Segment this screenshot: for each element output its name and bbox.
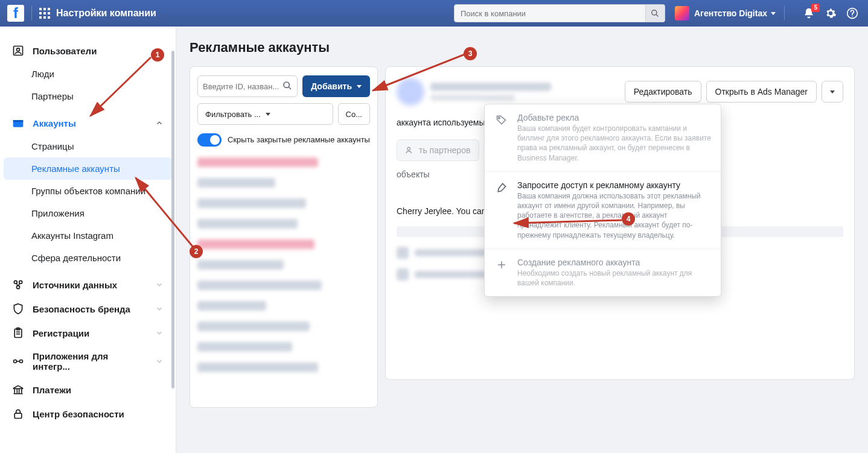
company-avatar[interactable]: [675, 6, 689, 21]
chevron-up-icon: [155, 46, 164, 55]
chevron-down-icon: [771, 12, 776, 15]
chevron-down-icon: [155, 305, 164, 313]
sidebar-label: Аккаунты: [33, 118, 76, 128]
add-button-label: Добавить: [311, 81, 352, 91]
topbar: f Настройки компании Агентство Digitax 5: [0, 0, 868, 27]
sidebar-label: Источники данных: [33, 280, 117, 290]
dd-item-add-account[interactable]: Добавьте рекла Ваша компания будет контр…: [485, 104, 721, 172]
dd-item-request-access[interactable]: Запросите доступ к рекламному аккаунту В…: [485, 172, 721, 249]
chevron-down-icon: [155, 329, 164, 337]
edit-button[interactable]: Редактировать: [625, 81, 701, 103]
sidebar-label: Безопасность бренда: [33, 304, 130, 314]
sidebar-item-users[interactable]: Пользователи: [4, 39, 172, 63]
svg-rect-0: [39, 8, 42, 10]
notifications-button[interactable]: 5: [803, 7, 815, 19]
svg-rect-16: [13, 120, 24, 122]
svg-point-24: [14, 360, 17, 363]
add-partners-disabled: ть партнеров: [397, 139, 479, 161]
apps-grid-icon[interactable]: [39, 8, 50, 19]
sidebar-item-brand-safety[interactable]: Безопасность бренда: [4, 297, 172, 321]
more-options-button[interactable]: [822, 81, 843, 103]
divider: [31, 6, 32, 21]
svg-point-33: [284, 82, 289, 87]
svg-rect-8: [48, 16, 50, 19]
sidebar-item-apps[interactable]: Приложения: [4, 202, 172, 224]
chevron-down-icon: [155, 280, 164, 289]
data-sources-icon: [12, 279, 24, 291]
users-icon: [12, 45, 24, 57]
sidebar-label: Приложения для интегр...: [33, 351, 147, 372]
dd-title: Добавьте рекла: [517, 113, 712, 122]
accounts-search-input[interactable]: [197, 75, 298, 97]
svg-rect-3: [39, 12, 42, 14]
svg-rect-32: [14, 413, 22, 418]
sidebar-item-security-center[interactable]: Центр безопасности: [4, 402, 172, 426]
sidebar-item-people[interactable]: Люди: [4, 63, 172, 85]
dd-desc: Необходимо создать новый рекламный аккау…: [517, 268, 712, 288]
topbar-title: Настройки компании: [56, 8, 156, 19]
sidebar-item-payments[interactable]: Платежи: [4, 378, 172, 402]
svg-point-35: [407, 147, 410, 150]
sidebar-item-asset-groups[interactable]: Группы объектов компании: [4, 180, 172, 202]
accounts-list: [197, 157, 370, 399]
sidebar-label: Регистрации: [33, 328, 89, 338]
svg-rect-2: [48, 8, 50, 10]
chevron-down-icon: [155, 357, 164, 366]
sidebar-item-registrations[interactable]: Регистрации: [4, 321, 172, 345]
sidebar-item-accounts[interactable]: Аккаунты: [4, 111, 172, 135]
svg-rect-7: [43, 16, 46, 19]
accounts-list-panel: Добавить Фильтровать ... Со... Скрыть: [190, 66, 378, 408]
main-content: Рекламные аккаунты Добавить: [176, 27, 868, 453]
agency-selector[interactable]: Агентство Digitax: [694, 8, 776, 18]
help-button[interactable]: [846, 7, 858, 19]
svg-line-10: [656, 14, 659, 17]
search-icon: [282, 81, 292, 92]
chevron-up-icon: [155, 119, 164, 127]
hide-closed-toggle[interactable]: [197, 133, 222, 147]
sidebar-item-instagram[interactable]: Аккаунты Instagram: [4, 224, 172, 247]
chevron-down-icon: [357, 85, 362, 88]
account-id-blurred: [430, 95, 515, 101]
bank-icon: [12, 384, 24, 396]
tag-icon: [493, 113, 510, 163]
sidebar-label: Платежи: [33, 385, 71, 395]
link-icon: [12, 355, 24, 367]
dd-item-create-account[interactable]: Создание рекламного аккаунта Необходимо …: [485, 249, 721, 296]
filter-button[interactable]: Фильтровать ...: [197, 103, 333, 125]
sort-button[interactable]: Со...: [338, 103, 370, 125]
sidebar-item-lob[interactable]: Сфера деятельности: [4, 247, 172, 269]
agency-name-label: Агентство Digitax: [694, 8, 767, 18]
sidebar-item-partners[interactable]: Партнеры: [4, 85, 172, 107]
svg-rect-5: [48, 12, 50, 14]
sidebar-item-ad-accounts[interactable]: Рекламные аккаунты: [4, 157, 172, 180]
svg-line-34: [289, 87, 291, 89]
settings-button[interactable]: [825, 7, 837, 19]
notification-badge: 5: [811, 4, 820, 12]
sidebar-item-pages[interactable]: Страницы: [4, 135, 172, 157]
chevron-down-icon: [830, 90, 835, 93]
layout: Пользователи Люди Партнеры Аккаунты Стра…: [0, 27, 868, 453]
svg-point-9: [652, 10, 657, 15]
facebook-logo[interactable]: f: [7, 5, 24, 22]
svg-point-19: [17, 286, 20, 289]
toggle-label: Скрыть закрытые рекламные аккаунты: [228, 135, 370, 145]
company-search[interactable]: [454, 4, 665, 22]
shield-icon: [12, 303, 24, 315]
company-search-input[interactable]: [455, 9, 645, 18]
sidebar-item-integrations[interactable]: Приложения для интегр...: [4, 345, 172, 378]
svg-point-14: [17, 48, 20, 51]
sidebar: Пользователи Люди Партнеры Аккаунты Стра…: [0, 27, 176, 453]
clipboard-icon: [12, 327, 24, 339]
sidebar-label: Пользователи: [33, 46, 97, 56]
svg-rect-6: [39, 16, 42, 19]
svg-point-39: [499, 117, 500, 119]
open-ads-manager-button[interactable]: Открыть в Ads Manager: [706, 81, 817, 103]
search-icon[interactable]: [645, 5, 665, 22]
sidebar-item-data-sources[interactable]: Источники данных: [4, 273, 172, 297]
sidebar-label: Центр безопасности: [33, 409, 124, 419]
dd-title: Создание рекламного аккаунта: [517, 258, 712, 267]
divider: [784, 6, 785, 21]
add-button[interactable]: Добавить: [302, 75, 370, 97]
svg-rect-1: [43, 8, 46, 10]
dd-title: Запросите доступ к рекламному аккаунту: [517, 180, 712, 190]
